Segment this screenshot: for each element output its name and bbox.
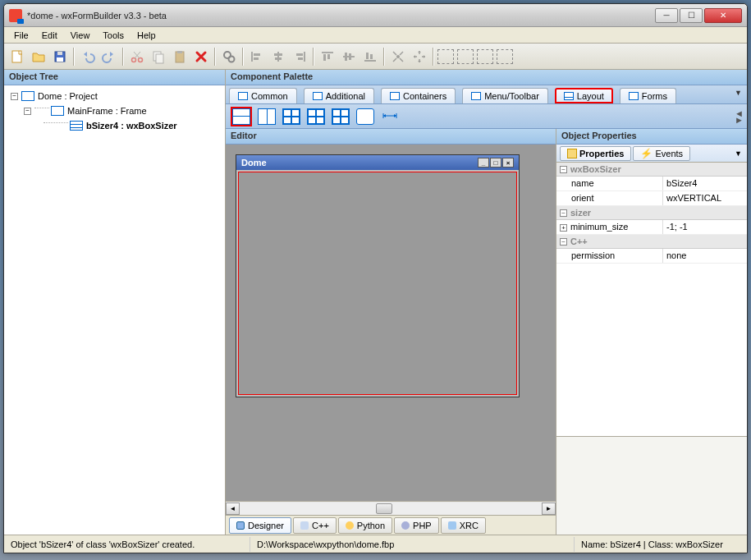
palette-tab-containers[interactable]: Containers: [381, 88, 456, 103]
common-icon: [238, 92, 248, 100]
app-window: *dome - wxFormBuilder v3.3 - beta ─ ☐ ✕ …: [3, 3, 748, 553]
tab-cpp[interactable]: C++: [293, 517, 337, 534]
stretch-button[interactable]: [410, 47, 429, 67]
titlebar[interactable]: *dome - wxFormBuilder v3.3 - beta ─ ☐ ✕: [4, 4, 747, 27]
tab-xrc[interactable]: XRC: [441, 517, 486, 534]
svg-rect-19: [296, 53, 303, 56]
staticbox-item[interactable]: [355, 108, 375, 126]
align-middle-button[interactable]: [339, 47, 359, 67]
palette-tab-layout[interactable]: Layout: [555, 88, 613, 103]
additional-icon: [313, 92, 323, 100]
object-tree[interactable]: − Dome : Project − MainFrame : Frame bSi…: [4, 85, 225, 535]
menu-file[interactable]: File: [7, 29, 35, 42]
flexgrid-item[interactable]: [306, 108, 326, 126]
editor-canvas[interactable]: Dome _ □ ×: [226, 145, 556, 501]
menu-edit[interactable]: Edit: [35, 29, 64, 42]
menu-help[interactable]: Help: [131, 29, 163, 42]
svg-rect-14: [254, 57, 259, 60]
toolbar: [4, 44, 747, 70]
generate-button[interactable]: [219, 47, 239, 67]
nav-right-icon[interactable]: ►: [735, 117, 744, 123]
design-window[interactable]: Dome _ □ ×: [236, 154, 520, 397]
category-cpp[interactable]: −C++: [556, 235, 747, 249]
svg-point-4: [132, 57, 136, 62]
tab-designer[interactable]: Designer: [229, 517, 291, 534]
property-grid[interactable]: −wxBoxSizer namebSizer4 orientwxVERTICAL…: [556, 163, 747, 436]
prop-permission-key: permission: [556, 249, 663, 263]
palette-tab-common[interactable]: Common: [229, 88, 297, 103]
align-bottom-button[interactable]: [360, 47, 380, 67]
frame-icon: [51, 106, 64, 116]
gridsizer-item[interactable]: [282, 108, 301, 126]
prop-orient-value[interactable]: wxVERTICAL: [663, 191, 747, 205]
tab-events[interactable]: ⚡Events: [633, 146, 690, 161]
editor-scrollbar[interactable]: ◄ ►: [226, 501, 556, 515]
events-icon: ⚡: [640, 148, 653, 159]
spacer-item[interactable]: [380, 107, 400, 126]
scroll-thumb[interactable]: [376, 503, 392, 514]
scroll-right-icon[interactable]: ►: [542, 503, 556, 515]
expand-button[interactable]: [388, 47, 408, 67]
save-button[interactable]: [50, 47, 70, 67]
menu-tools[interactable]: Tools: [96, 29, 131, 42]
tab-php[interactable]: PHP: [394, 517, 439, 534]
menu-view[interactable]: View: [64, 29, 97, 42]
boxsizer-h-item[interactable]: [231, 107, 252, 126]
copy-button[interactable]: [149, 47, 168, 67]
boxsizer-v-item[interactable]: [257, 108, 277, 126]
palette-tab-menu[interactable]: Menu/Toolbar: [462, 88, 548, 103]
tree-toggle-icon[interactable]: −: [11, 93, 18, 100]
align-center-button[interactable]: [268, 47, 288, 67]
category-sizer[interactable]: −sizer: [556, 206, 747, 220]
menubar: File Edit View Tools Help: [4, 27, 747, 44]
project-icon: [21, 91, 34, 101]
chevron-down-icon[interactable]: ▼: [735, 149, 742, 158]
prop-name-value[interactable]: bSizer4: [663, 177, 747, 190]
prop-minsize-value[interactable]: -1; -1: [663, 220, 747, 234]
tree-project[interactable]: Dome : Project: [38, 91, 98, 101]
paste-button[interactable]: [170, 47, 190, 67]
prop-permission-value[interactable]: none: [663, 249, 747, 263]
svg-rect-22: [323, 54, 326, 61]
svg-rect-26: [349, 53, 351, 60]
design-window-title: Dome: [241, 158, 267, 168]
maximize-button[interactable]: ☐: [680, 8, 703, 23]
design-max-icon: □: [490, 158, 501, 168]
open-button[interactable]: [29, 47, 48, 67]
tab-properties[interactable]: Properties: [560, 146, 631, 161]
containers-icon: [390, 92, 400, 100]
svg-point-30: [396, 55, 400, 58]
tab-python[interactable]: Python: [338, 517, 392, 534]
minimize-button[interactable]: ─: [655, 8, 678, 23]
status-path: D:\Workspace\wxpython\dome.fbp: [250, 537, 575, 552]
design-sizer-area[interactable]: [238, 172, 517, 395]
statusbar: Object 'bSizer4' of class 'wxBoxSizer' c…: [4, 535, 747, 553]
close-button[interactable]: ✕: [704, 8, 742, 23]
border-bottom-icon[interactable]: [497, 49, 513, 64]
category-wxboxsizer[interactable]: −wxBoxSizer: [556, 163, 747, 177]
border-top-icon[interactable]: [477, 49, 493, 64]
tree-toggle-icon[interactable]: −: [24, 108, 31, 115]
redo-button[interactable]: [99, 47, 119, 67]
border-left-icon[interactable]: [437, 49, 454, 64]
cut-button[interactable]: [127, 47, 147, 67]
palette-tabs: Common Additional Containers Menu/Toolba…: [226, 85, 747, 104]
gridbag-item[interactable]: [331, 108, 350, 126]
scroll-left-icon[interactable]: ◄: [226, 503, 240, 515]
tree-frame[interactable]: MainFrame : Frame: [67, 106, 147, 116]
delete-button[interactable]: [191, 47, 211, 67]
align-left-button[interactable]: [247, 47, 267, 67]
tree-sizer[interactable]: bSizer4 : wxBoxSizer: [86, 121, 177, 131]
palette-tab-additional[interactable]: Additional: [304, 88, 374, 103]
editor-tabs: Designer C++ Python PHP XRC: [226, 515, 556, 535]
editor-header: Editor: [226, 129, 556, 145]
border-right-icon[interactable]: [457, 49, 474, 64]
svg-rect-16: [274, 53, 282, 56]
undo-button[interactable]: [78, 47, 98, 67]
align-top-button[interactable]: [318, 47, 337, 67]
palette-tab-forms[interactable]: Forms: [620, 88, 676, 103]
chevron-down-icon[interactable]: ▼: [735, 89, 742, 97]
align-right-button[interactable]: [290, 47, 309, 67]
new-button[interactable]: [7, 47, 27, 67]
svg-rect-23: [327, 54, 330, 59]
